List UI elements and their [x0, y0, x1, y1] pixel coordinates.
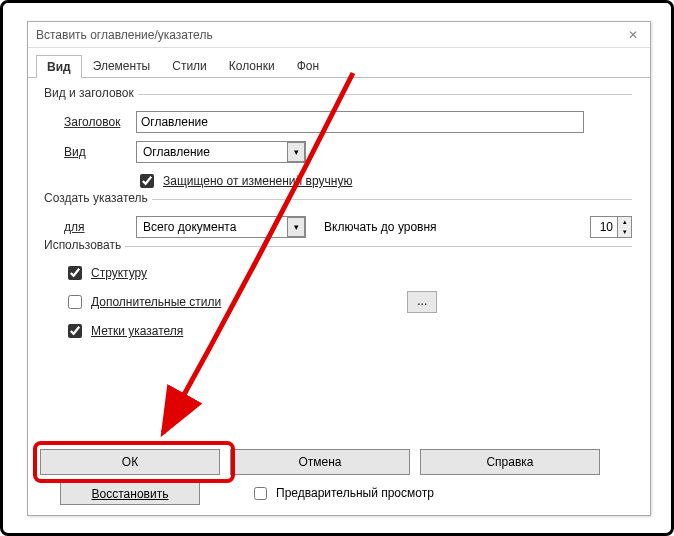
legend-create-index: Создать указатель — [44, 191, 152, 205]
titlebar: Вставить оглавление/указатель ✕ — [28, 22, 650, 48]
cancel-button[interactable]: Отмена — [230, 449, 410, 475]
level-value: 10 — [591, 220, 617, 234]
preview-checkbox[interactable]: Предварительный просмотр — [250, 484, 434, 503]
dialog-footer: ОК Отмена Справка Восстановить Предварит… — [40, 449, 638, 505]
tab-styles[interactable]: Стили — [161, 54, 218, 77]
protected-label: Защищено от изменений вручную — [163, 174, 352, 188]
type-label: Вид — [64, 145, 136, 159]
chevron-down-icon: ▾ — [287, 142, 305, 162]
level-spinner[interactable]: 10 ▴▾ — [590, 216, 632, 238]
insert-index-dialog: Вставить оглавление/указатель ✕ Вид Элем… — [27, 21, 651, 516]
marks-checkbox[interactable]: Метки указателя — [64, 321, 183, 341]
structure-label: Структуру — [91, 266, 147, 280]
legend-view-title: Вид и заголовок — [44, 86, 138, 100]
spinner-arrows[interactable]: ▴▾ — [617, 217, 631, 237]
tab-view[interactable]: Вид — [36, 55, 82, 78]
preview-check-input[interactable] — [254, 487, 267, 500]
extra-styles-checkbox[interactable]: Дополнительные стили — [64, 292, 221, 312]
structure-checkbox[interactable]: Структуру — [64, 263, 147, 283]
ok-button[interactable]: ОК — [40, 449, 220, 475]
structure-check-input[interactable] — [68, 266, 82, 280]
level-label: Включать до уровня — [324, 220, 437, 234]
title-input[interactable] — [136, 111, 584, 133]
type-select[interactable]: Оглавление ▾ — [136, 141, 306, 163]
restore-button[interactable]: Восстановить — [60, 481, 200, 505]
marks-check-input[interactable] — [68, 324, 82, 338]
extra-styles-label: Дополнительные стили — [91, 295, 221, 309]
window-title: Вставить оглавление/указатель — [36, 22, 213, 48]
close-icon[interactable]: ✕ — [624, 22, 642, 48]
tab-elements[interactable]: Элементы — [82, 54, 162, 77]
title-label: Заголовок — [64, 115, 136, 129]
type-value: Оглавление — [137, 145, 287, 159]
for-select[interactable]: Всего документа ▾ — [136, 216, 306, 238]
tab-content: Вид и заголовок Заголовок Вид Оглавление… — [28, 78, 650, 341]
extra-styles-button[interactable]: ... — [407, 291, 437, 313]
protected-check-input[interactable] — [140, 174, 154, 188]
tab-columns[interactable]: Колонки — [218, 54, 286, 77]
extra-styles-check-input[interactable] — [68, 295, 82, 309]
fieldset-create-index: Создать указатель для Всего документа ▾ … — [46, 199, 632, 238]
help-button[interactable]: Справка — [420, 449, 600, 475]
tab-strip: Вид Элементы Стили Колонки Фон — [28, 48, 650, 78]
legend-use: Использовать — [44, 238, 125, 252]
fieldset-view-title: Вид и заголовок Заголовок Вид Оглавление… — [46, 94, 632, 191]
for-value: Всего документа — [137, 220, 287, 234]
preview-label: Предварительный просмотр — [276, 486, 434, 500]
protected-checkbox[interactable]: Защищено от изменений вручную — [136, 171, 352, 191]
chevron-down-icon: ▾ — [287, 217, 305, 237]
tab-background[interactable]: Фон — [286, 54, 330, 77]
fieldset-use: Использовать Структуру Дополнительные ст… — [46, 246, 632, 341]
for-label: для — [64, 220, 136, 234]
marks-label: Метки указателя — [91, 324, 183, 338]
